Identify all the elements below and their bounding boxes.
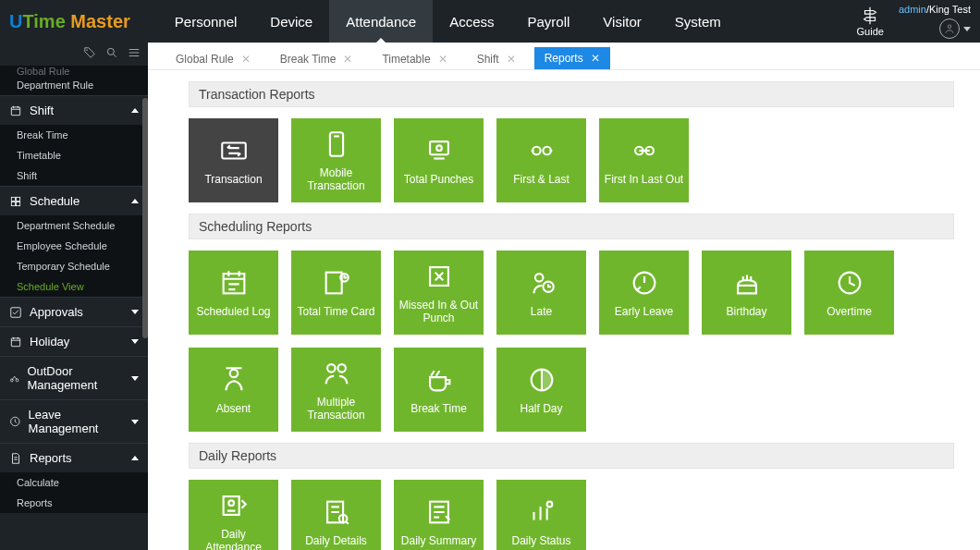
tile-daily-summary[interactable]: Daily Summary	[394, 480, 484, 550]
tile-first-in-last-out[interactable]: First In Last Out	[599, 118, 689, 202]
user-admin: admin	[899, 4, 926, 15]
tile-overtime[interactable]: Overtime	[804, 251, 894, 335]
sidebar-item-timetable[interactable]: Timetable	[0, 145, 148, 165]
tile-transaction[interactable]: Transaction	[189, 118, 278, 202]
sidebar-item-employee-schedule[interactable]: Employee Schedule	[0, 236, 148, 256]
user-line: admin/King Test	[899, 4, 971, 15]
sidebar-item-break-time[interactable]: Break Time	[0, 125, 148, 145]
sidebar-group-leave-management[interactable]: Leave Management	[0, 399, 148, 443]
svg-point-25	[534, 274, 543, 282]
tile-multiple-transaction[interactable]: Multiple Transaction	[291, 348, 381, 432]
sidebar-group-outdoor-management[interactable]: OutDoor Management	[0, 356, 148, 399]
guide-label: Guide	[857, 26, 884, 37]
tab-reports[interactable]: Reports✕	[534, 47, 610, 69]
tab-shift[interactable]: Shift✕	[466, 49, 523, 69]
sidebar-group-approvals[interactable]: Approvals	[0, 297, 148, 326]
tab-timetable[interactable]: Timetable✕	[371, 49, 454, 69]
sidebar-item-shift[interactable]: Shift	[0, 165, 148, 186]
sidebar-scrollbar[interactable]	[142, 98, 148, 338]
logo-master: Master	[66, 11, 130, 31]
section-title: Daily Reports	[189, 443, 954, 469]
user-name: King Test	[929, 4, 971, 15]
user-box: admin/King Test	[899, 4, 971, 39]
tile-row: Scheduled LogTotal Time CardMissed In & …	[189, 239, 954, 439]
svg-rect-4	[11, 197, 15, 201]
topnav-item-personnel[interactable]: Personnel	[158, 0, 254, 43]
tile-daily-status[interactable]: Daily Status	[496, 480, 586, 550]
tile-label: Transaction	[204, 174, 262, 187]
topnav: PersonnelDeviceAttendanceAccessPayrollVi…	[158, 0, 738, 43]
sidebar-item-department-schedule[interactable]: Department Schedule	[0, 215, 148, 236]
menu-icon[interactable]	[128, 46, 141, 62]
sidebar-item-global-rule[interactable]: Global Rule	[0, 66, 148, 75]
svg-point-16	[436, 145, 442, 151]
tile-label: Birthday	[726, 306, 766, 319]
logo-time: Time	[22, 11, 65, 31]
tile-label: First & Last	[513, 174, 570, 187]
tile-label: Daily Attendance	[192, 529, 275, 550]
sidebar: Global RuleDepartment RuleShiftBreak Tim…	[0, 43, 148, 550]
tile-label: Daily Details	[305, 535, 367, 548]
tile-missed-in-out-punch[interactable]: Missed In & Out Punch	[394, 251, 484, 335]
close-icon[interactable]: ✕	[241, 53, 251, 66]
svg-rect-8	[11, 307, 21, 317]
tile-break-time[interactable]: Break Time	[394, 348, 484, 432]
tile-early-leave[interactable]: Early Leave	[599, 251, 689, 335]
tile-mobile-transaction[interactable]: Mobile Transaction	[291, 118, 381, 202]
tile-total-punches[interactable]: Total Punches	[394, 118, 484, 202]
topnav-item-payroll[interactable]: Payroll	[510, 0, 586, 43]
topnav-item-system[interactable]: System	[658, 0, 738, 43]
tile-label: Total Time Card	[297, 306, 374, 319]
content-body: Transaction ReportsTransactionMobile Tra…	[148, 70, 980, 550]
svg-rect-3	[11, 106, 19, 115]
tile-label: Scheduled Log	[196, 306, 270, 319]
topnav-item-access[interactable]: Access	[433, 0, 510, 43]
content: Global Rule✕Break Time✕Timetable✕Shift✕R…	[148, 43, 980, 550]
tile-total-time-card[interactable]: Total Time Card	[291, 251, 381, 335]
svg-point-29	[229, 369, 238, 377]
sidebar-group-holiday[interactable]: Holiday	[0, 326, 148, 356]
svg-point-34	[228, 500, 234, 506]
sidebar-item-temporary-schedule[interactable]: Temporary Schedule	[0, 256, 148, 276]
svg-rect-15	[430, 141, 448, 154]
topnav-item-visitor[interactable]: Visitor	[586, 0, 657, 43]
tile-scheduled-log[interactable]: Scheduled Log	[189, 251, 278, 335]
close-icon[interactable]: ✕	[343, 53, 352, 66]
close-icon[interactable]: ✕	[507, 53, 516, 66]
tile-half-day[interactable]: Half Day	[496, 348, 586, 432]
svg-rect-6	[11, 202, 15, 205]
tile-daily-details[interactable]: Daily Details	[291, 480, 381, 550]
tab-global-rule[interactable]: Global Rule✕	[165, 49, 258, 69]
chevron-down-icon	[963, 27, 971, 31]
sidebar-group-shift[interactable]: Shift	[0, 95, 148, 125]
sidebar-group-schedule[interactable]: Schedule	[0, 186, 148, 215]
close-icon[interactable]: ✕	[438, 53, 447, 66]
tab-break-time[interactable]: Break Time✕	[269, 49, 361, 69]
close-icon[interactable]: ✕	[591, 52, 600, 65]
logo[interactable]: UTime Master	[9, 11, 130, 32]
tile-label: Daily Status	[511, 535, 570, 548]
tile-absent[interactable]: Absent	[189, 348, 278, 432]
svg-point-2	[107, 48, 114, 55]
sidebar-item-schedule-view[interactable]: Schedule View	[0, 276, 148, 297]
topnav-item-attendance[interactable]: Attendance	[329, 0, 433, 43]
user-menu[interactable]	[939, 18, 971, 39]
guide-button[interactable]: Guide	[857, 6, 884, 37]
tile-daily-attendance[interactable]: Daily Attendance	[189, 480, 278, 550]
topnav-item-device[interactable]: Device	[253, 0, 329, 43]
tag-icon[interactable]	[83, 46, 96, 62]
tile-label: Total Punches	[404, 174, 473, 187]
svg-point-1	[87, 50, 88, 51]
tab-bar: Global Rule✕Break Time✕Timetable✕Shift✕R…	[148, 43, 980, 70]
sidebar-item-reports[interactable]: Reports	[0, 493, 148, 513]
tile-birthday[interactable]: Birthday	[702, 251, 791, 335]
sidebar-group-reports[interactable]: Reports	[0, 443, 148, 472]
sidebar-item-calculate[interactable]: Calculate	[0, 472, 148, 493]
search-icon[interactable]	[105, 46, 118, 62]
tile-label: Early Leave	[615, 306, 673, 319]
sidebar-item-department-rule[interactable]: Department Rule	[0, 75, 148, 95]
tile-late[interactable]: Late	[496, 251, 586, 335]
tile-first-last[interactable]: First & Last	[496, 118, 586, 202]
tile-label: Mobile Transaction	[295, 167, 377, 193]
section-title: Scheduling Reports	[189, 214, 954, 239]
